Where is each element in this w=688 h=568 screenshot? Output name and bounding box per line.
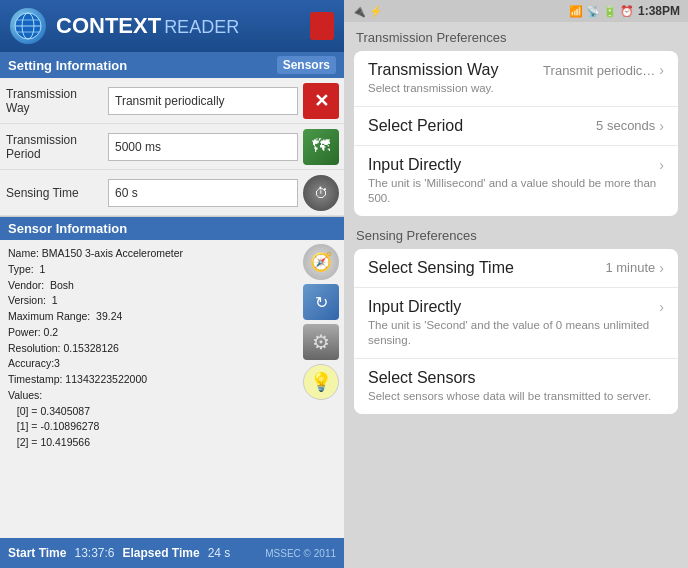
transmission-way-icon[interactable]	[298, 78, 344, 124]
bulb-icon[interactable]: 💡	[303, 364, 339, 400]
chevron-icon: ›	[659, 62, 664, 78]
input-directly-2-sub: The unit is 'Second' and the value of 0 …	[368, 318, 664, 348]
pref-row-select-sensing-time[interactable]: Select Sensing Time 1 minute ›	[354, 249, 678, 288]
tuning-fork-icon[interactable]: ⚙	[303, 324, 339, 360]
right-content: Transmission Preferences Transmission Wa…	[344, 22, 688, 568]
sensor-info-content: Name: BMA150 3-axis Accelerometer Type: …	[0, 240, 344, 538]
compass-icon[interactable]: 🧭	[303, 244, 339, 280]
elapsed-time-label: Elapsed Time	[123, 546, 200, 560]
transmission-period-label: Transmission Period	[0, 133, 108, 161]
chevron-icon: ›	[659, 157, 664, 173]
chevron-icon: ›	[659, 299, 664, 315]
app-title-reader: READER	[164, 17, 239, 38]
transmission-way-sub: Select transmission way.	[368, 81, 664, 96]
input-directly-1-sub: The unit is 'Millisecond' and a value sh…	[368, 176, 664, 206]
chevron-icon: ›	[659, 260, 664, 276]
start-time-label: Start Time	[8, 546, 66, 560]
footer-bar: Start Time 13:37:6 Elapsed Time 24 s MSS…	[0, 538, 344, 568]
select-sensors-sub: Select sensors whose data will be transm…	[368, 389, 664, 404]
sensor-info-text: Name: BMA150 3-axis Accelerometer Type: …	[0, 240, 344, 457]
transmission-prefs-title: Transmission Preferences	[354, 30, 678, 45]
bluetooth-icon: ⚡	[369, 5, 383, 18]
sensing-time-value[interactable]: 60 s	[108, 179, 298, 207]
signal-icon: 📶	[569, 5, 583, 18]
status-bar: 🔌 ⚡ 📶 📡 🔋 ⏰ 1:38PM	[344, 0, 688, 22]
usb-icon: 🔌	[352, 5, 366, 18]
sensing-time-label: Sensing Time	[0, 186, 108, 200]
copyright-text: MSSEC © 2011	[265, 548, 336, 559]
select-period-title: Select Period	[368, 117, 463, 135]
start-time-value: 13:37:6	[74, 546, 114, 560]
map-icon[interactable]: 🗺	[303, 129, 339, 165]
pref-row-transmission-way[interactable]: Transmission Way Transmit periodic… › Se…	[354, 51, 678, 107]
sensing-prefs-card: Select Sensing Time 1 minute › Input Dir…	[354, 249, 678, 414]
app-title: CONTEXT READER	[56, 13, 300, 39]
setting-info-label: Setting Information	[8, 58, 127, 73]
pref-row-input-directly-2[interactable]: Input Directly › The unit is 'Second' an…	[354, 288, 678, 359]
input-directly-1-title: Input Directly	[368, 156, 461, 174]
clock-icon[interactable]: ⏱	[303, 175, 339, 211]
pref-row-select-period[interactable]: Select Period 5 seconds ›	[354, 107, 678, 146]
x-icon[interactable]	[303, 83, 339, 119]
status-time: 1:38PM	[638, 4, 680, 18]
select-period-value: 5 seconds ›	[596, 118, 664, 134]
setting-row-transmission-way: Transmission Way Transmit periodically	[0, 78, 344, 124]
transmission-way-title: Transmission Way	[368, 61, 498, 79]
pref-row-select-sensors[interactable]: Select Sensors Select sensors whose data…	[354, 359, 678, 414]
globe-icon	[10, 8, 46, 44]
sensors-badge[interactable]: Sensors	[277, 56, 336, 74]
app-header: CONTEXT READER	[0, 0, 344, 52]
status-icons-left: 🔌 ⚡	[352, 5, 383, 18]
red-button[interactable]	[310, 12, 334, 40]
pref-row-input-directly-1[interactable]: Input Directly › The unit is 'Millisecon…	[354, 146, 678, 216]
sensor-info-bar: Sensor Information	[0, 217, 344, 240]
wifi-icon: 📡	[586, 5, 600, 18]
transmission-way-label: Transmission Way	[0, 87, 108, 115]
transmission-period-value[interactable]: 5000 ms	[108, 133, 298, 161]
sensor-info-label: Sensor Information	[8, 221, 127, 236]
elapsed-time-value: 24 s	[208, 546, 231, 560]
sensor-icons: 🧭 ↻ ⚙ 💡	[298, 240, 344, 404]
setting-rows: Transmission Way Transmit periodically T…	[0, 78, 344, 217]
transmission-period-icon[interactable]: 🗺	[298, 124, 344, 170]
select-sensing-time-title: Select Sensing Time	[368, 259, 514, 277]
select-sensors-title: Select Sensors	[368, 369, 476, 387]
status-icons-right: 📶 📡 🔋 ⏰	[569, 5, 634, 18]
left-panel: CONTEXT READER Setting Information Senso…	[0, 0, 344, 568]
app-title-context: CONTEXT	[56, 13, 161, 39]
battery-icon: 🔋	[603, 5, 617, 18]
input-directly-2-title: Input Directly	[368, 298, 461, 316]
setting-row-sensing-time: Sensing Time 60 s ⏱	[0, 170, 344, 216]
transmission-way-value: Transmit periodic… ›	[543, 62, 664, 78]
sensing-time-icon[interactable]: ⏱	[298, 170, 344, 216]
sensing-prefs-title: Sensing Preferences	[354, 228, 678, 243]
transmission-prefs-card: Transmission Way Transmit periodic… › Se…	[354, 51, 678, 216]
chevron-icon: ›	[659, 118, 664, 134]
select-sensing-time-value: 1 minute ›	[605, 260, 664, 276]
right-panel: 🔌 ⚡ 📶 📡 🔋 ⏰ 1:38PM Transmission Preferen…	[344, 0, 688, 568]
setting-info-bar: Setting Information Sensors	[0, 52, 344, 78]
refresh-icon[interactable]: ↻	[303, 284, 339, 320]
alarm-icon: ⏰	[620, 5, 634, 18]
transmission-way-value[interactable]: Transmit periodically	[108, 87, 298, 115]
setting-row-transmission-period: Transmission Period 5000 ms 🗺	[0, 124, 344, 170]
